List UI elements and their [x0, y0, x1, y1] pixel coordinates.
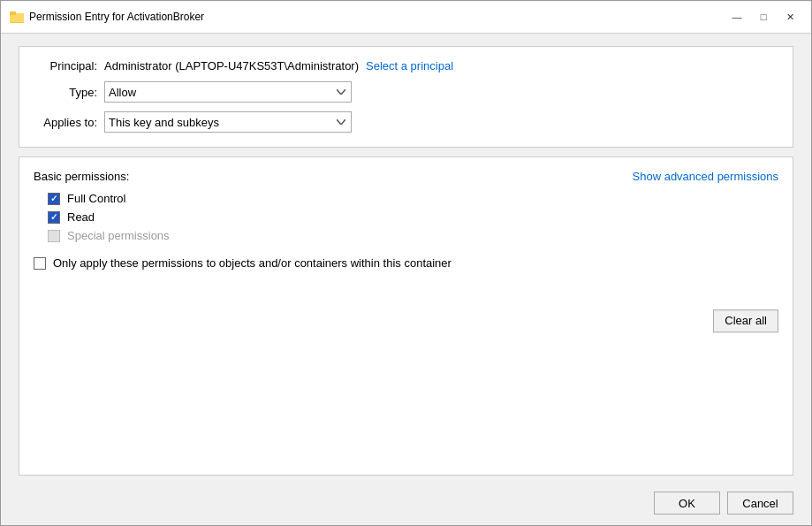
type-label: Type: [34, 86, 97, 99]
read-label: Read [67, 210, 95, 224]
ok-button[interactable]: OK [654, 492, 720, 515]
principal-value: Administrator (LAPTOP-U47KS53T\Administr… [104, 59, 359, 72]
full-control-checkbox[interactable] [48, 193, 60, 205]
basic-permissions-label: Basic permissions: [34, 170, 129, 183]
clear-all-button[interactable]: Clear all [713, 309, 778, 332]
apply-containers-label: Only apply these permissions to objects … [53, 256, 452, 270]
permissions-list: Full Control Read Special permissions [34, 192, 778, 242]
principal-row: Principal: Administrator (LAPTOP-U47KS53… [34, 59, 778, 72]
dialog-footer: OK Cancel [1, 484, 811, 525]
dialog-title: Permission Entry for ActivationBroker [29, 11, 719, 23]
perm-row-full-control: Full Control [48, 192, 778, 205]
cancel-button[interactable]: Cancel [727, 492, 793, 515]
show-advanced-link[interactable]: Show advanced permissions [633, 170, 778, 183]
folder-icon [10, 11, 24, 23]
applies-to-row: Applies to: This key and subkeys This ke… [34, 111, 778, 133]
perm-row-read: Read [48, 210, 778, 224]
type-row: Type: Allow Deny [34, 81, 778, 103]
type-select[interactable]: Allow Deny [104, 81, 352, 103]
close-button[interactable]: ✕ [778, 8, 802, 26]
permissions-section: Basic permissions: Show advanced permiss… [19, 156, 793, 476]
special-permissions-label: Special permissions [67, 229, 170, 242]
apply-row: Only apply these permissions to objects … [34, 256, 778, 270]
maximize-button[interactable]: □ [751, 8, 776, 26]
minimize-button[interactable]: — [725, 8, 749, 26]
title-bar-buttons: — □ ✕ [725, 8, 802, 26]
permissions-header: Basic permissions: Show advanced permiss… [34, 170, 778, 183]
special-permissions-checkbox [48, 230, 60, 242]
title-bar: Permission Entry for ActivationBroker — … [1, 1, 811, 34]
full-control-label: Full Control [67, 192, 125, 205]
apply-containers-checkbox[interactable] [34, 257, 46, 270]
applies-to-label: Applies to: [34, 116, 97, 129]
select-principal-link[interactable]: Select a principal [366, 59, 453, 72]
top-section: Principal: Administrator (LAPTOP-U47KS53… [19, 46, 793, 148]
dialog-body: Principal: Administrator (LAPTOP-U47KS53… [1, 34, 811, 484]
principal-label: Principal: [34, 59, 97, 72]
dialog-window: Permission Entry for ActivationBroker — … [0, 0, 812, 526]
svg-rect-3 [10, 13, 16, 15]
read-checkbox[interactable] [48, 211, 60, 224]
perm-row-special: Special permissions [48, 229, 778, 242]
applies-to-select[interactable]: This key and subkeys This key only Subke… [104, 111, 352, 133]
